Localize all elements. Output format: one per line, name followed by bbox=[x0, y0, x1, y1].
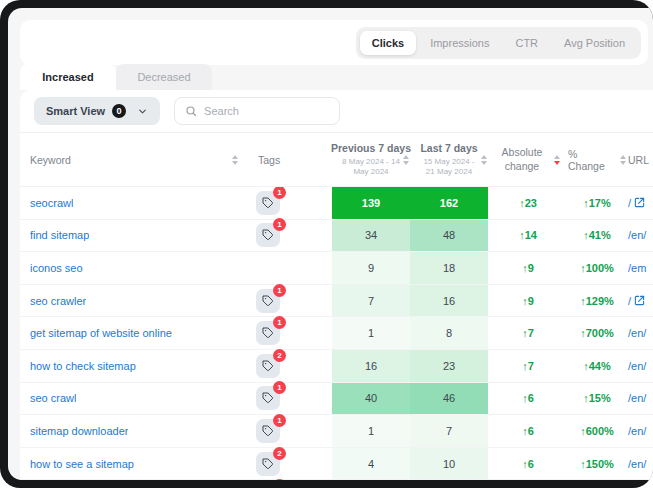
tag-button[interactable]: 1 bbox=[256, 289, 280, 313]
tags-cell: 1 bbox=[238, 187, 332, 219]
tags-cell: 1 bbox=[238, 317, 332, 349]
absolute-change-cell: ↑7 bbox=[488, 350, 568, 382]
tag-button[interactable]: 1 bbox=[256, 191, 280, 215]
url-cell: /en/ bbox=[626, 350, 653, 382]
tags-cell: 1 bbox=[238, 383, 332, 415]
percent-change-cell: ↑700% bbox=[568, 317, 626, 349]
sort-icon[interactable] bbox=[481, 155, 487, 165]
last-7-days-cell: 162 bbox=[410, 187, 488, 219]
keyword-link[interactable]: get sitemap of website online bbox=[30, 327, 172, 339]
url-link[interactable]: / bbox=[628, 197, 631, 209]
absolute-change-cell: ↑9 bbox=[488, 252, 568, 284]
chevron-down-icon bbox=[137, 106, 148, 117]
last-7-days-cell: 23 bbox=[410, 350, 488, 382]
tag-button[interactable]: 1 bbox=[256, 419, 280, 443]
sort-icon[interactable] bbox=[403, 155, 409, 165]
keyword-link[interactable]: how to see a sitemap bbox=[30, 458, 134, 470]
percent-change-cell: ↑129% bbox=[568, 285, 626, 317]
search-input[interactable] bbox=[204, 105, 329, 117]
keyword-link[interactable]: find sitemap bbox=[30, 229, 89, 241]
tab-ctr[interactable]: CTR bbox=[503, 31, 550, 55]
keyword-link[interactable]: iconos seo bbox=[30, 262, 83, 274]
column-header-percent-change[interactable]: % Change bbox=[568, 148, 626, 172]
keyword-link[interactable]: how to check sitemap bbox=[30, 360, 136, 372]
tab-clicks[interactable]: Clicks bbox=[360, 31, 416, 55]
tags-cell bbox=[238, 252, 332, 284]
tag-count-badge: 1 bbox=[273, 284, 286, 297]
percent-change-cell: ↑150% bbox=[568, 448, 626, 480]
table-row: iconos seo 9 18 ↑9 ↑100% /em bbox=[20, 252, 653, 285]
external-link-icon[interactable] bbox=[634, 197, 645, 208]
tag-count-badge: 1 bbox=[273, 381, 286, 394]
column-header-absolute-change[interactable]: Absolute change bbox=[488, 146, 568, 172]
keyword-link[interactable]: sitemap downloader bbox=[30, 425, 128, 437]
url-link[interactable]: /em bbox=[628, 262, 646, 274]
absolute-change-cell: ↑6 bbox=[488, 415, 568, 447]
tag-button[interactable]: 1 bbox=[256, 386, 280, 410]
tags-cell: 2 bbox=[238, 350, 332, 382]
url-link[interactable]: /en/ bbox=[628, 458, 646, 470]
column-header-keyword[interactable]: Keyword bbox=[20, 154, 238, 166]
url-cell: /en/ bbox=[626, 383, 653, 415]
tag-icon bbox=[262, 458, 274, 470]
keyword-cell: seo crawler bbox=[20, 285, 238, 317]
url-link[interactable]: /en/ bbox=[628, 229, 646, 241]
keyword-cell: find sitemap bbox=[20, 220, 238, 252]
last-7-days-cell: 48 bbox=[410, 220, 488, 252]
url-link[interactable]: /en/ bbox=[628, 392, 646, 404]
previous-7-days-cell: 139 bbox=[332, 187, 410, 219]
smart-view-dropdown[interactable]: Smart View 0 bbox=[34, 97, 160, 125]
table-row: sitemap downloader 1 1 7 ↑6 ↑600% /en/ bbox=[20, 415, 653, 448]
keyword-cell: seocrawl bbox=[20, 187, 238, 219]
url-cell: / bbox=[626, 285, 653, 317]
keyword-link[interactable]: seo crawl bbox=[30, 392, 76, 404]
percent-change-cell: ↑600% bbox=[568, 415, 626, 447]
keyword-link[interactable]: seocrawl bbox=[30, 197, 73, 209]
table-row: find sitemap 1 34 48 ↑14 ↑41% /en/ bbox=[20, 220, 653, 253]
tag-count-badge: 1 bbox=[273, 316, 286, 329]
url-cell: /em bbox=[626, 252, 653, 284]
previous-7-days-cell: 7 bbox=[332, 285, 410, 317]
keyword-cell: how to see a sitemap bbox=[20, 448, 238, 480]
previous-7-days-cell: 1 bbox=[332, 317, 410, 349]
keyword-cell: sitemap downloader bbox=[20, 415, 238, 447]
external-link-icon[interactable] bbox=[634, 295, 645, 306]
keyword-cell: iconos seo bbox=[20, 252, 238, 284]
column-header-previous-7-days[interactable]: Previous 7 days 8 May 2024 - 14 May 2024 bbox=[332, 142, 410, 178]
table-header-row: Keyword Tags Previous 7 days 8 May 2024 … bbox=[20, 132, 653, 187]
absolute-change-cell: ↑9 bbox=[488, 285, 568, 317]
url-link[interactable]: / bbox=[628, 295, 631, 307]
sort-icon-active-desc[interactable] bbox=[554, 155, 560, 165]
last-7-days-cell: 8 bbox=[410, 317, 488, 349]
last-7-days-cell: 16 bbox=[410, 285, 488, 317]
main-panel: Smart View 0 Keyword bbox=[20, 90, 653, 480]
window-frame: Clicks Impressions CTR Avg Position Incr… bbox=[0, 0, 653, 488]
tag-count-badge: 2 bbox=[273, 349, 286, 362]
smart-view-label: Smart View bbox=[46, 105, 105, 117]
absolute-change-cell: ↑14 bbox=[488, 220, 568, 252]
previous-7-days-cell: 1 bbox=[332, 415, 410, 447]
tag-button[interactable]: 1 bbox=[256, 223, 280, 247]
tag-icon bbox=[262, 295, 274, 307]
tag-button[interactable]: 2 bbox=[256, 354, 280, 378]
tag-button[interactable]: 2 bbox=[256, 452, 280, 476]
tag-button[interactable]: 1 bbox=[256, 321, 280, 345]
url-link[interactable]: /en/ bbox=[628, 327, 646, 339]
column-header-url: URL bbox=[626, 154, 653, 166]
absolute-change-cell: ↑6 bbox=[488, 448, 568, 480]
url-link[interactable]: /en/ bbox=[628, 425, 646, 437]
top-toolbar: Clicks Impressions CTR Avg Position bbox=[20, 20, 648, 65]
tab-increased[interactable]: Increased bbox=[20, 64, 116, 90]
tab-impressions[interactable]: Impressions bbox=[418, 31, 501, 55]
url-cell: / bbox=[626, 187, 653, 219]
tag-count-badge: 1 bbox=[273, 414, 286, 427]
keyword-link[interactable]: seo crawler bbox=[30, 295, 86, 307]
percent-change-cell: ↑100% bbox=[568, 252, 626, 284]
column-header-last-7-days[interactable]: Last 7 days 15 May 2024 - 21 May 2024 bbox=[410, 142, 488, 178]
tab-decreased[interactable]: Decreased bbox=[116, 64, 212, 90]
tag-icon bbox=[262, 425, 274, 437]
keyword-cell: get sitemap of website online bbox=[20, 317, 238, 349]
tab-avg-position[interactable]: Avg Position bbox=[552, 31, 637, 55]
last-7-days-cell: 7 bbox=[410, 415, 488, 447]
url-link[interactable]: /en/ bbox=[628, 360, 646, 372]
